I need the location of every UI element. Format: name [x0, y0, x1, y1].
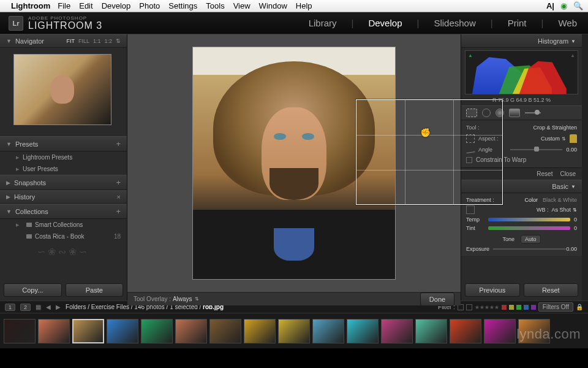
tool-overlay-value[interactable]: Always [173, 296, 192, 302]
add-collection-button[interactable]: + [116, 207, 121, 216]
flag-rejected-icon[interactable] [466, 304, 472, 310]
menu-settings[interactable]: Settings [168, 1, 197, 10]
menu-help[interactable]: Help [296, 1, 312, 10]
filmstrip-thumb[interactable] [347, 319, 379, 343]
filter-lock-icon[interactable]: 🔒 [576, 304, 583, 310]
filmstrip-thumb[interactable] [107, 319, 138, 343]
highlight-clip-icon[interactable]: ▲ [570, 53, 575, 58]
histogram-header[interactable]: Histogram ▼ [461, 34, 582, 48]
filmstrip-thumb[interactable] [415, 319, 447, 343]
menu-edit[interactable]: Edit [79, 1, 92, 10]
adobe-icon[interactable]: A| [546, 1, 554, 10]
tint-slider[interactable] [488, 226, 570, 230]
basic-header[interactable]: Basic ▼ [461, 180, 582, 193]
angle-slider[interactable] [510, 149, 562, 150]
prev-photo-icon[interactable]: ◀ [46, 304, 51, 310]
app-menu[interactable]: Lightroom [11, 1, 50, 10]
filmstrip[interactable] [0, 313, 588, 348]
grid-view-icon[interactable]: ▦ [36, 304, 41, 310]
next-photo-icon[interactable]: ▶ [56, 304, 61, 310]
previous-button[interactable]: Previous [465, 283, 520, 297]
filmstrip-thumb[interactable] [518, 319, 550, 343]
right-scrollbar[interactable] [582, 34, 588, 301]
status-icon[interactable]: ◉ [560, 1, 567, 10]
aspect-icon[interactable] [466, 134, 475, 143]
menu-photo[interactable]: Photo [139, 1, 160, 10]
main-photo[interactable] [192, 47, 396, 280]
angle-icon[interactable] [466, 146, 475, 153]
module-web[interactable]: Web [556, 17, 579, 29]
aspect-value[interactable]: Custom [541, 136, 560, 142]
filters-off-button[interactable]: Filters Off [538, 302, 573, 312]
presets-header[interactable]: Presets + [0, 136, 127, 151]
menu-develop[interactable]: Develop [102, 1, 131, 10]
menu-window[interactable]: Window [259, 1, 287, 10]
menu-tools[interactable]: Tools [206, 1, 224, 10]
clear-history-button[interactable]: × [117, 193, 121, 201]
filmstrip-thumb[interactable] [381, 319, 413, 343]
auto-tone-button[interactable]: Auto [521, 235, 541, 243]
module-slideshow[interactable]: Slideshow [431, 17, 478, 29]
exposure-slider[interactable] [493, 248, 566, 250]
color-red-filter[interactable] [502, 305, 507, 310]
monitor-2-tab[interactable]: 2 [20, 304, 31, 311]
color-yellow-filter[interactable] [509, 305, 514, 310]
navigator-header[interactable]: Navigator FIT FILL 1:1 1:2 ⇅ [0, 34, 127, 48]
temp-slider[interactable] [488, 218, 570, 221]
star-filter-icon[interactable]: ★★★★★ [475, 304, 499, 310]
filmstrip-thumb[interactable] [4, 319, 36, 343]
copy-button[interactable]: Copy... [4, 283, 62, 297]
crop-tool-icon[interactable] [466, 109, 477, 117]
paste-button[interactable]: Paste [66, 283, 124, 297]
treatment-color[interactable]: Color [524, 197, 538, 203]
gradient-tool-icon[interactable] [509, 109, 520, 117]
color-purple-filter[interactable] [531, 305, 536, 310]
snapshots-header[interactable]: Snapshots + [0, 175, 127, 190]
zoom-fill[interactable]: FILL [78, 38, 89, 44]
chevron-updown-icon[interactable]: ⇅ [195, 296, 199, 302]
filmstrip-thumb[interactable] [72, 319, 104, 343]
filmstrip-thumb[interactable] [450, 319, 481, 343]
collection-smart[interactable]: ▶Smart Collections [0, 219, 127, 231]
filmstrip-thumb[interactable] [278, 319, 310, 343]
histogram-display[interactable]: ▲ ▲ [465, 50, 578, 94]
spotlight-icon[interactable]: 🔍 [573, 1, 583, 10]
spot-tool-icon[interactable] [482, 109, 491, 117]
filmstrip-thumb[interactable] [484, 319, 516, 343]
history-header[interactable]: History × [0, 190, 127, 204]
monitor-1-tab[interactable]: 1 [5, 304, 15, 311]
preset-user[interactable]: ▶User Presets [0, 163, 127, 175]
module-print[interactable]: Print [505, 17, 529, 29]
filmstrip-thumb[interactable] [209, 319, 241, 343]
add-preset-button[interactable]: + [116, 139, 121, 148]
filmstrip-thumb[interactable] [244, 319, 276, 343]
crop-reset-button[interactable]: Reset [537, 171, 552, 177]
redeye-tool-icon[interactable] [496, 109, 504, 117]
filmstrip-thumb[interactable] [312, 319, 344, 343]
filmstrip-thumb[interactable] [175, 319, 207, 343]
lock-icon[interactable] [570, 134, 577, 143]
treatment-bw[interactable]: Black & White [543, 197, 577, 203]
preset-lightroom[interactable]: ▶Lightroom Presets [0, 151, 127, 163]
reset-button[interactable]: Reset [524, 283, 579, 297]
color-blue-filter[interactable] [524, 305, 529, 310]
zoom-1-2[interactable]: 1:2 [104, 38, 112, 44]
filmstrip-thumb[interactable] [141, 319, 173, 343]
chevron-updown-icon[interactable]: ⇅ [116, 38, 121, 44]
chevron-updown-icon[interactable]: ⇅ [573, 207, 577, 213]
collections-header[interactable]: Collections + [0, 204, 127, 219]
eyedropper-icon[interactable] [466, 205, 475, 214]
constrain-checkbox[interactable] [466, 157, 472, 163]
brush-tool-icon[interactable] [525, 112, 541, 113]
navigator-thumbnail[interactable] [0, 48, 127, 136]
color-green-filter[interactable] [516, 305, 521, 310]
module-develop[interactable]: Develop [366, 17, 404, 29]
zoom-1-1[interactable]: 1:1 [93, 38, 101, 44]
add-snapshot-button[interactable]: + [116, 178, 121, 187]
chevron-updown-icon[interactable]: ⇅ [562, 136, 566, 142]
wb-value[interactable]: As Shot [551, 207, 571, 213]
menu-view[interactable]: View [233, 1, 251, 10]
menu-file[interactable]: File [58, 1, 70, 10]
crop-close-button[interactable]: Close [560, 171, 576, 177]
module-library[interactable]: Library [306, 17, 339, 29]
